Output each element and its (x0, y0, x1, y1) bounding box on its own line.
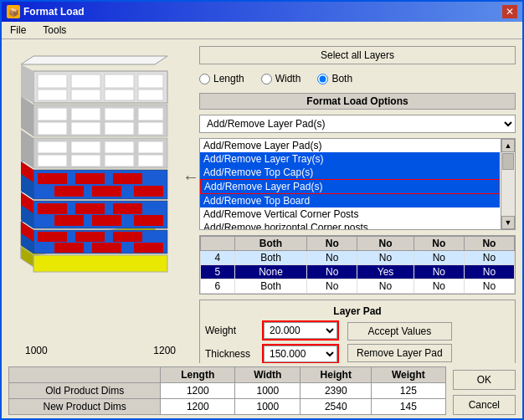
menu-file[interactable]: File (7, 23, 29, 37)
list-item[interactable]: Add/Remove Vertical Corner Posts (200, 207, 500, 221)
svg-rect-28 (113, 173, 142, 184)
radio-length-label: Length (213, 73, 244, 85)
col-header-no2: No (357, 237, 414, 251)
window-title: Format Load (23, 6, 85, 18)
svg-rect-29 (54, 186, 84, 197)
dims-new-width: 1000 (235, 399, 301, 415)
radio-length-input[interactable] (199, 74, 210, 85)
dims-old-width: 1000 (235, 383, 301, 399)
table-row-selected[interactable]: 5 None No Yes No No (201, 265, 515, 279)
svg-marker-67 (21, 56, 167, 64)
radio-both[interactable]: Both (317, 73, 352, 85)
table-header-row: Both No No No No (201, 237, 515, 251)
list-item[interactable]: Add/Remove horizontal Corner posts (200, 221, 500, 230)
svg-rect-41 (38, 155, 67, 166)
ok-button[interactable]: OK (453, 370, 516, 390)
svg-rect-60 (71, 74, 100, 88)
cell-col1: Both (234, 251, 306, 265)
cell-id: 4 (201, 251, 235, 265)
close-button[interactable]: ✕ (502, 5, 517, 18)
svg-rect-8 (92, 243, 121, 253)
table-row[interactable]: 6 Both No No No No (201, 279, 515, 294)
weight-select[interactable]: 20.000 (264, 322, 337, 339)
list-item[interactable]: Add/Remove Top Board (200, 194, 500, 207)
dims-new-weight: 145 (372, 399, 446, 415)
list-item[interactable]: Add/Remove Layer Tray(s) (200, 152, 500, 166)
svg-rect-43 (105, 155, 134, 166)
dims-new-length: 1200 (161, 399, 235, 415)
svg-rect-6 (113, 232, 142, 242)
svg-rect-9 (134, 243, 163, 253)
left-panel: ← 1000 1200 (8, 46, 193, 356)
scrollbar-track (501, 152, 515, 216)
main-window: 📦 Format Load ✕ File Tools (0, 0, 524, 420)
svg-rect-5 (75, 232, 105, 242)
svg-rect-62 (138, 74, 163, 88)
table-row[interactable]: 4 Both No No No No (201, 251, 515, 265)
svg-rect-38 (71, 141, 100, 153)
layer-pad-section: Layer Pad Weight 20.000 Thickne (199, 300, 516, 363)
menu-bar: File Tools (2, 22, 522, 39)
dims-old-length: 1200 (161, 383, 235, 399)
svg-rect-39 (105, 141, 134, 153)
cube-label-left: 1000 (25, 345, 48, 356)
cell-id: 5 (201, 265, 235, 279)
accept-values-button[interactable]: Accept Values (347, 322, 452, 341)
svg-rect-65 (105, 90, 134, 100)
layer-pad-buttons: Accept Values Remove Layer Pad (347, 322, 452, 362)
scrollbar[interactable]: ▲ ▼ (501, 138, 516, 230)
format-load-dropdown[interactable]: Add/Remove Layer Pad(s) (199, 115, 516, 133)
list-item[interactable]: Add/Remove Layer Pad(s) (200, 139, 500, 152)
cell-col5: No (464, 251, 514, 265)
layer-pad-content: Weight 20.000 Thickness 150. (205, 320, 510, 363)
radio-both-label: Both (331, 73, 352, 85)
remove-layer-pad-button[interactable]: Remove Layer Pad (347, 344, 452, 362)
cell-col4: No (414, 265, 464, 279)
svg-rect-64 (71, 90, 100, 100)
dims-col-height: Height (301, 367, 372, 383)
list-item[interactable]: Add/Remove Top Cap(s) (200, 166, 500, 179)
scroll-up-button[interactable]: ▲ (501, 139, 515, 152)
radio-width[interactable]: Width (261, 73, 301, 85)
dims-old-height: 2390 (301, 383, 372, 399)
svg-rect-53 (71, 122, 100, 135)
svg-rect-15 (38, 203, 67, 214)
title-bar: 📦 Format Load ✕ (2, 2, 522, 22)
thickness-row: Thickness 150.000 (205, 344, 339, 363)
layer-pad-header: Layer Pad (205, 305, 510, 317)
main-content: ← 1000 1200 Select all Layers Length Wid… (2, 39, 522, 363)
svg-rect-44 (138, 155, 163, 166)
svg-rect-55 (138, 122, 163, 135)
cancel-button[interactable]: Cancel (453, 395, 516, 415)
arrow-indicator: ← (182, 167, 199, 187)
dropdown-row: Add/Remove Layer Pad(s) (199, 115, 516, 133)
format-load-section-header: Format Load Options (199, 93, 516, 110)
dims-header-row: Length Width Height Weight (9, 367, 446, 383)
radio-length[interactable]: Length (199, 73, 244, 85)
dims-new-height: 2540 (301, 399, 372, 415)
cell-col1: Both (234, 279, 306, 294)
svg-rect-50 (105, 108, 134, 120)
menu-tools[interactable]: Tools (39, 23, 69, 37)
cell-col4: No (414, 279, 464, 294)
col-header-no3: No (414, 237, 464, 251)
col-header-both: Both (234, 237, 306, 251)
scrollbar-thumb[interactable] (502, 153, 514, 170)
dims-col-label (9, 367, 161, 383)
select-all-button[interactable]: Select all Layers (199, 46, 516, 64)
dims-label-old: Old Product Dims (9, 383, 161, 399)
scroll-down-button[interactable]: ▼ (501, 216, 515, 229)
svg-marker-56 (21, 96, 33, 136)
data-table-container: Both No No No No 4 Both No No (199, 235, 516, 295)
cell-col5: No (464, 265, 514, 279)
svg-rect-63 (38, 90, 67, 100)
cell-col2: No (307, 251, 357, 265)
dims-table: Length Width Height Weight Old Product D… (8, 366, 446, 415)
thickness-select[interactable]: 150.000 (264, 346, 337, 362)
svg-rect-52 (38, 122, 67, 135)
list-item-selected[interactable]: Add/Remove Layer Pad(s) (200, 179, 500, 194)
radio-width-input[interactable] (261, 74, 272, 85)
cell-id: 6 (201, 279, 235, 294)
radio-both-input[interactable] (317, 74, 328, 85)
svg-marker-45 (21, 130, 33, 168)
